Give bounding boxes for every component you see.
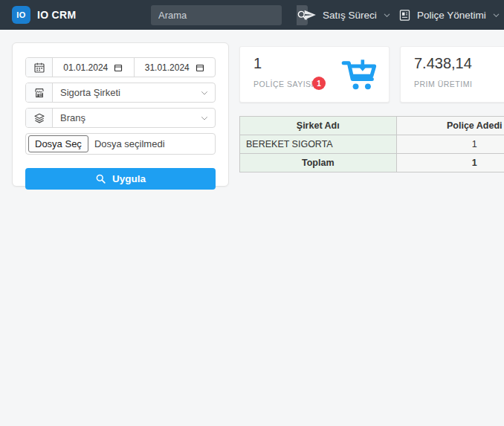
apply-button[interactable]: Uygula <box>25 168 216 190</box>
menu-label: Poliçe Yönetimi <box>417 10 486 21</box>
company-cell: BEREKET SIGORTA <box>240 135 397 154</box>
company-select[interactable]: Sigorta Şirketi <box>25 83 216 103</box>
layers-icon <box>26 109 53 127</box>
date-from-value: 01.01.2024 <box>63 62 108 73</box>
date-to-input[interactable]: 31.01.2024 <box>134 58 216 77</box>
policy-count-card: 1 POLİÇE SAYISI 1 <box>239 46 390 103</box>
chevron-down-icon <box>492 11 500 19</box>
notification-badge: 1 <box>312 77 326 90</box>
date-from-input[interactable]: 01.01.2024 <box>53 58 134 77</box>
file-select-button[interactable]: Dosya Seç <box>28 135 88 152</box>
premium-label: PRIM ÜRETIMI <box>414 80 472 88</box>
total-value-cell: 1 <box>396 154 504 172</box>
date-range-group: 01.01.2024 31.01.2024 <box>25 57 216 77</box>
chevron-down-icon <box>194 83 215 102</box>
policy-summary-table: Şirket Adı Poliçe Adedi BEREKET SIGORTA … <box>239 116 504 172</box>
storefront-icon <box>26 83 53 102</box>
premium-value: 7.438,14 <box>414 55 472 72</box>
brand-title: IO CRM <box>37 9 76 21</box>
apply-button-label: Uygula <box>112 173 146 184</box>
count-cell: 1 <box>396 135 504 154</box>
search-icon <box>95 173 106 184</box>
premium-production-card: 7.438,14 PRIM ÜRETIMI <box>400 46 504 103</box>
branch-select[interactable]: Branş <box>25 108 216 128</box>
policy-count-value: 1 <box>253 55 262 72</box>
header-policy-count: Poliçe Adedi <box>396 117 504 135</box>
top-navbar: IO IO CRM Satış Süreci Poliçe Yönetimi <box>0 0 504 30</box>
table-header-row: Şirket Adı Poliçe Adedi <box>240 117 504 135</box>
file-status-text: Dosya seçilmedi <box>94 138 165 149</box>
app-logo[interactable]: IO <box>12 6 30 24</box>
search-input[interactable] <box>151 5 297 25</box>
global-search <box>151 5 282 25</box>
company-select-value: Sigorta Şirketi <box>53 83 194 102</box>
calendar-icon <box>26 58 53 77</box>
menu-policy-management[interactable]: Poliçe Yönetimi <box>398 0 500 30</box>
menu-sales-process[interactable]: Satış Süreci <box>303 0 391 30</box>
filter-panel: 01.01.2024 31.01.2024 Sigorta Şirketi Br… <box>12 42 229 187</box>
chevron-down-icon <box>194 109 215 127</box>
table-footer-row: Toplam 1 <box>240 154 504 172</box>
date-picker-icon[interactable] <box>114 63 123 72</box>
date-to-value: 31.01.2024 <box>145 62 190 73</box>
sales-process-icon <box>303 8 317 22</box>
branch-select-value: Branş <box>53 109 194 127</box>
cart-arrow-down-icon <box>340 57 380 92</box>
file-upload-field[interactable]: Dosya Seç Dosya seçilmedi <box>25 133 216 155</box>
table-row[interactable]: BEREKET SIGORTA 1 <box>240 135 504 154</box>
total-label-cell: Toplam <box>240 154 397 172</box>
date-picker-icon[interactable] <box>196 63 204 72</box>
policy-count-label: POLİÇE SAYISI <box>253 80 314 88</box>
menu-label: Satış Süreci <box>323 10 377 21</box>
chevron-down-icon <box>383 11 391 19</box>
header-company: Şirket Adı <box>240 117 397 135</box>
policy-management-icon <box>398 9 411 22</box>
